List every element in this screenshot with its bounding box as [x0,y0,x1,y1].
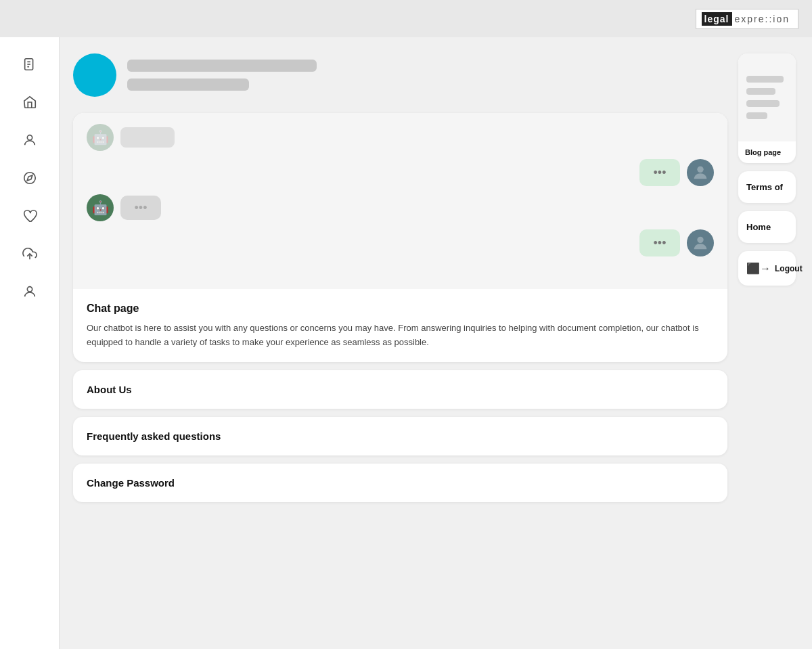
svg-point-10 [697,237,703,243]
blog-card-title: Blog page [738,141,796,163]
blog-skeleton-2 [746,88,775,95]
chat-card[interactable]: 🤖 ••• 🤖 ••• [73,113,727,362]
faq-title: Frequently asked questions [87,430,714,442]
sidebar-item-favorites[interactable] [14,200,46,232]
svg-marker-6 [27,175,32,181]
faq-card[interactable]: Frequently asked questions [73,417,727,455]
right-column: Blog page Terms of Home ⬛→ Logout [738,53,796,633]
sidebar-item-document[interactable] [14,48,46,81]
sidebar-item-explore[interactable] [14,162,46,194]
svg-point-5 [24,173,35,184]
logout-title: Logout [775,264,803,273]
user-avatar-1 [687,159,714,186]
logo: legal expre::ion [696,9,798,29]
blog-skeleton-4 [746,112,767,119]
logo-expression-text: expre::ion [732,12,792,26]
chat-bot-row-1: 🤖 ••• [87,194,714,221]
logo-legal-text: legal [702,12,732,26]
terms-card[interactable]: Terms of [738,171,796,203]
user-bubble-1: ••• [639,159,680,186]
profile-header [73,53,727,105]
sidebar [0,37,60,649]
sidebar-item-home[interactable] [14,86,46,118]
change-password-title: Change Password [87,477,714,489]
blog-skeleton-1 [746,76,784,83]
profile-name-skeleton [127,60,317,72]
user-bubble-2: ••• [639,229,680,256]
sidebar-item-profile[interactable] [14,124,46,156]
content-area: 🤖 ••• 🤖 ••• [60,37,812,649]
home-card[interactable]: Home [738,211,796,243]
blog-card-preview [738,53,796,141]
change-password-card[interactable]: Change Password [73,464,727,502]
blog-card[interactable]: Blog page [738,53,796,163]
avatar [73,53,116,97]
topbar: legal expre::ion [0,0,812,37]
bot-avatar-faded: 🤖 [87,124,114,151]
main-layout: 🤖 ••• 🤖 ••• [0,37,812,649]
chat-first-row: 🤖 [87,124,714,151]
terms-title: Terms of [746,182,788,192]
blog-skeleton-3 [746,100,780,107]
home-title: Home [746,222,788,232]
chat-user-row-1: ••• [87,159,714,186]
profile-subtitle-skeleton [127,79,249,91]
chat-card-desc: Our chatbot is here to assist you with a… [87,321,714,350]
svg-point-8 [27,287,32,292]
logout-card[interactable]: ⬛→ Logout [738,251,796,286]
chat-card-title: Chat page [87,303,714,315]
svg-point-9 [697,166,703,173]
about-us-title: About Us [87,384,714,395]
chat-info: Chat page Our chatbot is here to assist … [73,289,727,362]
chat-preview: 🤖 ••• 🤖 ••• [73,113,727,289]
about-us-card[interactable]: About Us [73,370,727,409]
chat-user-row-2: ••• [87,229,714,256]
logout-icon: ⬛→ [746,262,771,275]
bot-avatar-1: 🤖 [87,194,114,221]
bot-bubble-1: ••• [120,196,161,220]
sidebar-item-user[interactable] [14,275,46,308]
user-avatar-2 [687,229,714,256]
sidebar-item-upload[interactable] [14,238,46,270]
svg-point-4 [27,135,32,140]
chat-bubble-faded [120,127,175,148]
left-column: 🤖 ••• 🤖 ••• [73,53,727,633]
profile-info [127,60,317,91]
